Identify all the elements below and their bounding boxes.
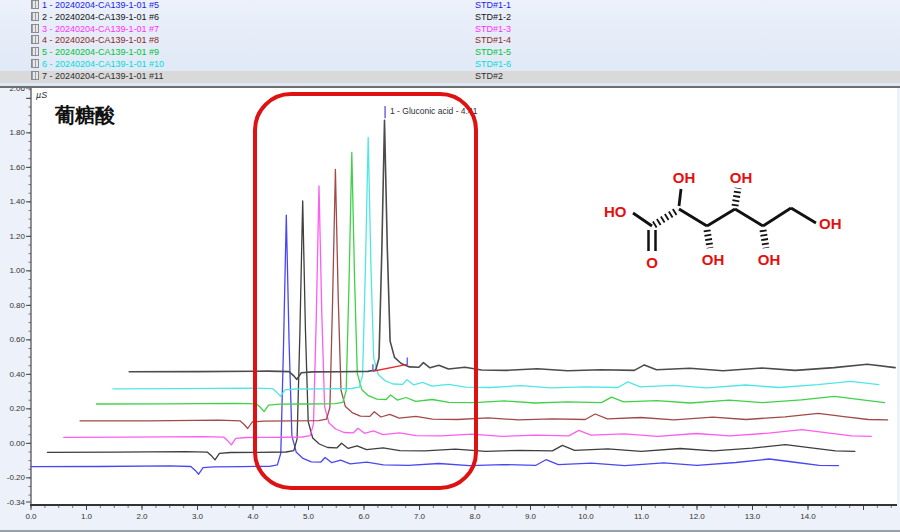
legend-row-1[interactable]: 1 - 20240204-CA139-1-01 #5 STD#1-1 <box>0 0 900 12</box>
injection-label: 2 - 20240204-CA139-1-01 #6 <box>42 12 159 22</box>
x-tick-label: 13.0 <box>745 512 761 521</box>
y-tick-label: 0.60 <box>9 335 25 344</box>
injection-label: 3 - 20240204-CA139-1-01 #7 <box>42 24 159 34</box>
std-label: STD#1-2 <box>475 12 511 24</box>
plot-title: 葡糖酸 <box>55 102 115 129</box>
injection-icon <box>31 12 39 21</box>
x-tick-label: 10.0 <box>578 512 594 521</box>
chromatography-window: { "legend": { "rows": [ {"injection":"1 … <box>0 0 900 532</box>
injection-label: 1 - 20240204-CA139-1-01 #5 <box>42 0 159 10</box>
y-tick-label: 0.80 <box>9 301 25 310</box>
legend-row-3[interactable]: 3 - 20240204-CA139-1-01 #7 STD#1-3 <box>0 24 900 36</box>
x-tick-label: 9.0 <box>525 512 537 521</box>
std-label: STD#1-4 <box>475 35 511 47</box>
legend-row-4[interactable]: 4 - 20240204-CA139-1-01 #8 STD#1-4 <box>0 35 900 47</box>
injection-label: 7 - 20240204-CA139-1-01 #11 <box>42 71 163 81</box>
x-tick-label: 2.0 <box>136 512 148 521</box>
y-tick-label: 1.00 <box>9 266 25 275</box>
std-label: STD#2 <box>475 71 503 83</box>
x-tick-label: 0.0 <box>25 512 37 521</box>
y-axis-unit-label: µS <box>36 90 47 100</box>
std-label: STD#1-6 <box>475 59 511 71</box>
std-label: STD#1-3 <box>475 24 511 36</box>
y-tick-label: 1.60 <box>9 163 25 172</box>
x-tick-label: 12.0 <box>689 512 705 521</box>
injection-legend-panel: 1 - 20240204-CA139-1-01 #5 STD#1-1 2 - 2… <box>0 0 900 88</box>
y-tick-label: 0.20 <box>9 404 25 413</box>
x-tick-label: 11.0 <box>634 512 650 521</box>
injection-label: 4 - 20240204-CA139-1-01 #8 <box>42 35 159 45</box>
legend-row-2[interactable]: 2 - 20240204-CA139-1-01 #6 STD#1-2 <box>0 12 900 24</box>
x-tick-label: 3.0 <box>192 512 204 521</box>
legend-row-6[interactable]: 6 - 20240204-CA139-1-01 #10 STD#1-6 <box>0 59 900 71</box>
plot-area <box>31 88 897 505</box>
x-tick-label: 4.0 <box>247 512 259 521</box>
injection-icon <box>31 24 39 33</box>
injection-icon <box>31 47 39 56</box>
y-tick-label: 1.20 <box>9 232 25 241</box>
x-tick-label: 14.0 <box>800 512 816 521</box>
injection-icon <box>31 59 39 68</box>
x-tick-label: 6.0 <box>358 512 370 521</box>
y-tick-label: 1.80 <box>9 128 25 137</box>
std-label: STD#1-5 <box>475 47 511 59</box>
y-tick-label: 0.00 <box>9 439 25 448</box>
x-tick-label: 1.0 <box>81 512 93 521</box>
legend-row-7[interactable]: 7 - 20240204-CA139-1-01 #11 STD#2 <box>0 71 900 83</box>
y-tick-label: -0.34 <box>7 498 26 507</box>
injection-icon <box>31 0 39 9</box>
x-tick-label: 5.0 <box>303 512 315 521</box>
injection-label: 6 - 20240204-CA139-1-01 #10 <box>42 59 164 69</box>
legend-row-5[interactable]: 5 - 20240204-CA139-1-01 #9 STD#1-5 <box>0 47 900 59</box>
injection-icon <box>31 35 39 44</box>
x-tick-label: 7.0 <box>414 512 426 521</box>
std-label: STD#1-1 <box>475 0 511 12</box>
injection-icon <box>31 71 39 80</box>
y-tick-label: 0.40 <box>9 370 25 379</box>
y-tick-label: 1.40 <box>9 197 25 206</box>
peak-annotation-label: 1 - Gluconic acid - 4.41 <box>390 106 477 116</box>
injection-label: 5 - 20240204-CA139-1-01 #9 <box>42 47 159 57</box>
x-tick-label: 8.0 <box>469 512 481 521</box>
y-tick-label: -0.20 <box>7 473 26 482</box>
